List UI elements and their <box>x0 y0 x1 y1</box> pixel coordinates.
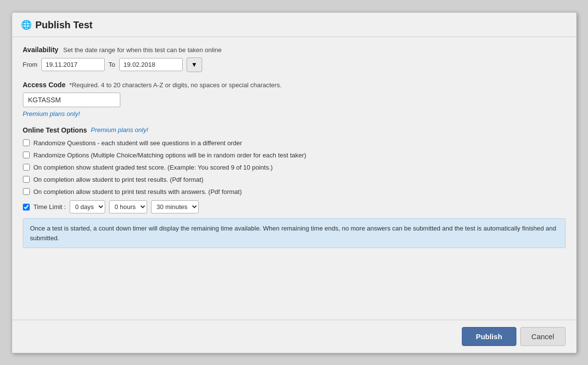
access-code-input[interactable] <box>23 93 120 107</box>
calendar-button[interactable]: ▼ <box>187 58 202 72</box>
list-item: On completion allow student to print tes… <box>23 188 566 196</box>
to-date-input[interactable] <box>119 58 183 71</box>
availability-row: From To ▼ <box>23 58 566 72</box>
availability-label: Availability <box>23 46 58 54</box>
dialog-header: 🌐 Publish Test <box>12 13 576 37</box>
globe-icon: 🌐 <box>21 19 32 30</box>
list-item: On completion show student graded test s… <box>23 163 566 172</box>
option4-checkbox[interactable] <box>23 176 30 183</box>
option5-text: On completion allow student to print tes… <box>34 188 242 196</box>
publish-button[interactable]: Publish <box>462 327 516 346</box>
list-item: Randomize Options (Multiple Choice/Match… <box>23 151 566 160</box>
access-code-premium-note: Premium plans only! <box>23 110 566 117</box>
option3-text: On completion show student graded test s… <box>34 163 273 172</box>
list-item: Randomize Questions - each student will … <box>23 139 566 148</box>
option3-checkbox[interactable] <box>23 164 30 171</box>
dialog-title: Publish Test <box>36 19 93 31</box>
option1-checkbox[interactable] <box>23 139 30 146</box>
cancel-button[interactable]: Cancel <box>520 327 566 346</box>
days-select[interactable]: 0 days 1 days 2 days 3 days <box>70 200 105 213</box>
online-options-premium-note: Premium plans only! <box>91 126 148 134</box>
time-limit-row: Time Limit : 0 days 1 days 2 days 3 days… <box>23 200 566 213</box>
time-limit-label: Time Limit : <box>34 203 66 211</box>
online-options-section: Online Test Options Premium plans only! … <box>23 126 566 249</box>
option2-text: Randomize Options (Multiple Choice/Match… <box>34 151 306 160</box>
access-code-label: Access Code <box>23 81 66 89</box>
hours-select[interactable]: 0 hours 1 hours 2 hours 3 hours <box>109 200 147 213</box>
option4-text: On completion allow student to print tes… <box>34 175 204 184</box>
to-label: To <box>109 61 115 68</box>
availability-section: Availability Set the date range for when… <box>23 46 566 72</box>
from-label: From <box>23 61 38 68</box>
option1-text: Randomize Questions - each student will … <box>34 139 242 148</box>
chevron-down-icon: ▼ <box>191 61 197 68</box>
access-code-desc: *Required. 4 to 20 characters A-Z or dig… <box>69 81 282 89</box>
publish-test-dialog: 🌐 Publish Test Availability Set the date… <box>12 12 577 353</box>
access-code-section: Access Code *Required. 4 to 20 character… <box>23 81 566 117</box>
time-info-box: Once a test is started, a count down tim… <box>23 218 566 248</box>
online-options-label: Online Test Options <box>23 126 87 134</box>
online-options-header: Online Test Options Premium plans only! <box>23 126 566 134</box>
option5-checkbox[interactable] <box>23 188 30 195</box>
time-limit-checkbox[interactable] <box>23 204 30 211</box>
list-item: On completion allow student to print tes… <box>23 175 566 184</box>
availability-sublabel: Set the date range for when this test ca… <box>63 46 222 54</box>
option2-checkbox[interactable] <box>23 152 30 158</box>
from-date-input[interactable] <box>41 58 105 71</box>
minutes-select[interactable]: 0 minutes 5 minutes 10 minutes 15 minute… <box>151 200 199 213</box>
dialog-footer: Publish Cancel <box>12 320 576 353</box>
dialog-body: Availability Set the date range for when… <box>12 37 576 320</box>
